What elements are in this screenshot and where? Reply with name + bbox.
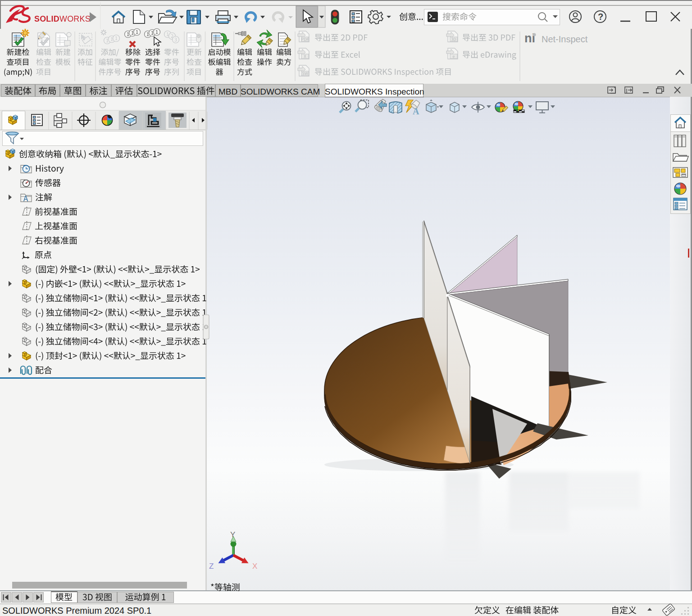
- svg-text:X: X: [252, 562, 257, 571]
- svg-text:A: A: [413, 106, 419, 116]
- svg-text:Y: Y: [230, 530, 235, 539]
- svg-text:Z: Z: [209, 562, 214, 571]
